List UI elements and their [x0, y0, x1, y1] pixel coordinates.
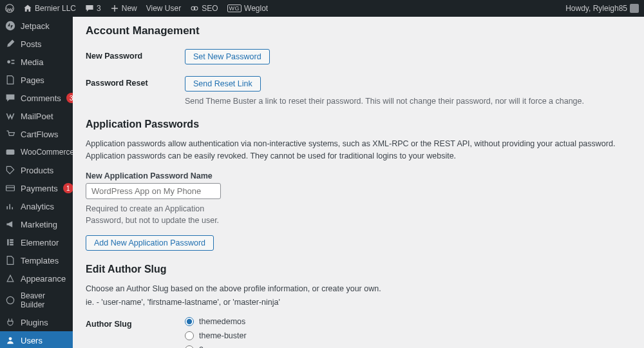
- app-password-name-input[interactable]: [86, 183, 221, 199]
- sidebar-item-posts[interactable]: Posts: [0, 35, 73, 53]
- sidebar-item-comments[interactable]: Comments3: [0, 89, 73, 107]
- sidebar-item-cartflows[interactable]: CartFlows: [0, 125, 73, 143]
- sidebar-item-payments[interactable]: Payments1: [0, 179, 73, 197]
- sidebar-item-appearance[interactable]: Appearance: [0, 269, 73, 287]
- app-password-hint: Required to create an Application Passwo…: [86, 203, 221, 226]
- svg-rect-7: [7, 239, 8, 246]
- sidebar-item-users[interactable]: Users: [0, 331, 73, 348]
- sidebar-item-templates[interactable]: Templates: [0, 251, 73, 269]
- svg-point-3: [6, 21, 15, 30]
- slug-option-1[interactable]: theme-buster: [185, 331, 631, 340]
- svg-rect-8: [10, 239, 14, 240]
- sidebar-item-jetpack[interactable]: Jetpack: [0, 17, 73, 35]
- sidebar-item-pages[interactable]: Pages: [0, 71, 73, 89]
- slug-option-2[interactable]: 2: [185, 345, 631, 348]
- section-heading-edit-slug: Edit Author Slug: [86, 264, 631, 275]
- wp-logo[interactable]: [5, 4, 14, 13]
- slug-radio-2[interactable]: [185, 345, 194, 348]
- svg-rect-9: [10, 242, 14, 243]
- comments-link[interactable]: 3: [85, 4, 101, 13]
- new-password-label: New Password: [86, 49, 185, 61]
- sidebar-item-plugins[interactable]: Plugins: [0, 313, 73, 331]
- app-passwords-intro: Application passwords allow authenticati…: [86, 138, 631, 162]
- slug-option-0[interactable]: themedemos: [185, 317, 631, 326]
- edit-slug-intro2: ie. - 'user-name', 'firstname-lastname',…: [86, 296, 631, 309]
- svg-point-4: [7, 61, 10, 64]
- svg-point-2: [194, 6, 198, 10]
- svg-point-12: [9, 337, 12, 340]
- main-content: Account Management New Password Set New …: [73, 17, 644, 348]
- sidebar-item-media[interactable]: Media: [0, 53, 73, 71]
- send-reset-link-button[interactable]: Send Reset Link: [185, 76, 261, 92]
- sidebar-item-analytics[interactable]: Analytics: [0, 197, 73, 215]
- site-name-link[interactable]: Bernier LLC: [23, 4, 76, 13]
- section-heading-account: Account Management: [86, 24, 631, 37]
- slug-radio-0[interactable]: [185, 317, 194, 326]
- sidebar-item-beaver[interactable]: Beaver Builder: [0, 287, 73, 313]
- sidebar-item-marketing[interactable]: Marketing: [0, 215, 73, 233]
- password-reset-desc: Send Theme Buster a link to reset their …: [185, 95, 631, 107]
- add-app-password-button[interactable]: Add New Application Password: [86, 235, 214, 251]
- new-link[interactable]: New: [110, 4, 137, 13]
- sidebar-item-mailpoet[interactable]: MailPoet: [0, 107, 73, 125]
- avatar-icon: [630, 4, 639, 13]
- seo-link[interactable]: SEO: [190, 4, 218, 13]
- edit-slug-intro1: Choose an Author Slug based on the above…: [86, 283, 631, 295]
- svg-rect-6: [6, 186, 15, 191]
- app-password-field-label: New Application Password Name: [86, 171, 631, 180]
- comments-badge: 3: [66, 93, 73, 103]
- comments-count: 3: [97, 4, 101, 13]
- admin-toolbar: Bernier LLC 3 New View User SEO WGWeglot…: [0, 0, 644, 17]
- sidebar-item-elementor[interactable]: Elementor: [0, 233, 73, 251]
- svg-rect-5: [6, 150, 15, 155]
- howdy-link[interactable]: Howdy, Ryleigh85: [565, 4, 639, 13]
- weglot-link[interactable]: WGWeglot: [227, 4, 269, 13]
- payments-badge: 1: [63, 183, 73, 193]
- admin-sidebar: Jetpack Posts Media Pages Comments3 Mail…: [0, 17, 73, 348]
- author-slug-label: Author Slug: [86, 317, 185, 329]
- svg-point-11: [6, 296, 14, 304]
- set-new-password-button[interactable]: Set New Password: [185, 49, 270, 64]
- slug-radio-1[interactable]: [185, 331, 194, 340]
- svg-rect-10: [10, 244, 14, 245]
- password-reset-label: Password Reset: [86, 76, 185, 88]
- section-heading-app-passwords: Application Passwords: [86, 119, 631, 130]
- view-user-link[interactable]: View User: [146, 4, 181, 13]
- sidebar-item-woocommerce[interactable]: WooCommerce: [0, 143, 73, 161]
- sidebar-item-products[interactable]: Products: [0, 161, 73, 179]
- site-name: Bernier LLC: [35, 4, 76, 13]
